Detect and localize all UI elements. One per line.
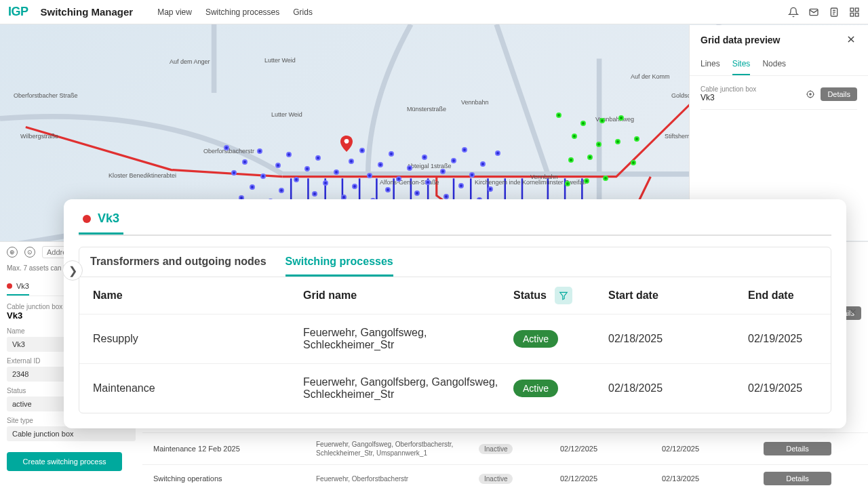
cell-end: 02/19/2025 xyxy=(748,333,831,345)
bg-row-start: 02/12/2025 xyxy=(560,445,662,453)
node-dot-icon xyxy=(603,176,608,181)
close-icon[interactable] xyxy=(849,306,857,319)
card-tab-vk3[interactable]: Vk3 xyxy=(79,209,123,235)
preview-row-type: Cable junction box xyxy=(701,85,756,93)
col-start-date: Start date xyxy=(608,289,748,302)
table-row[interactable]: Switching operations Feuerwehr, Oberfors… xyxy=(142,464,868,488)
svg-point-9 xyxy=(344,139,349,144)
doc-icon[interactable] xyxy=(829,7,840,18)
node-dot-icon xyxy=(224,145,229,150)
chevron-right-icon[interactable]: ❯ xyxy=(62,260,83,281)
node-dot-icon xyxy=(389,151,394,157)
details-button[interactable]: Details xyxy=(764,472,831,485)
node-dot-icon xyxy=(458,183,464,188)
status-badge: Inactive xyxy=(479,444,513,454)
node-dot-icon xyxy=(587,155,593,160)
tab-lines[interactable]: Lines xyxy=(701,55,720,75)
node-dot-icon xyxy=(260,174,266,179)
node-dot-icon xyxy=(242,159,248,165)
bg-row-grid: Feuerwehr, Gangolfsweg, Oberforstbachers… xyxy=(316,440,479,458)
node-dot-icon xyxy=(359,148,365,153)
nav-map-view[interactable]: Map view xyxy=(157,7,192,17)
nav-grids[interactable]: Grids xyxy=(293,7,313,17)
filter-icon[interactable] xyxy=(555,287,572,304)
grid-icon[interactable] xyxy=(849,7,860,18)
svg-rect-8 xyxy=(855,13,859,16)
locate-icon[interactable] xyxy=(806,89,815,99)
node-dot-icon xyxy=(440,169,446,174)
cell-start: 02/18/2025 xyxy=(608,333,748,345)
node-dot-icon xyxy=(385,187,391,192)
map-label: Oberforstbacher Straße xyxy=(14,92,78,99)
node-dot-icon xyxy=(425,180,431,185)
node-dot-icon xyxy=(596,142,601,147)
subtab-transformers[interactable]: Transformers and outgoing nodes xyxy=(90,256,267,277)
node-dot-icon xyxy=(580,121,586,126)
site-type-field[interactable] xyxy=(7,426,136,441)
node-dot-icon xyxy=(275,163,281,168)
node-dot-icon xyxy=(323,180,328,186)
svg-marker-20 xyxy=(560,292,568,300)
node-dot-icon xyxy=(495,150,500,156)
map-label: Lutter Weid xyxy=(264,57,296,64)
status-dot-icon xyxy=(83,215,91,223)
close-icon[interactable] xyxy=(846,35,857,45)
details-button[interactable]: Details xyxy=(821,87,857,101)
node-dot-icon xyxy=(568,157,574,163)
node-dot-icon xyxy=(315,155,321,161)
map-label: Kloster Benediktinerabtei xyxy=(108,172,176,179)
asset-tab-label: Vk3 xyxy=(16,282,29,290)
table-row[interactable]: Maintenance 12 Feb 2025 Feuerwehr, Gango… xyxy=(142,432,868,464)
subtab-switching-processes[interactable]: Switching processes xyxy=(285,256,393,277)
node-dot-icon xyxy=(250,184,255,190)
cell-grid: Feuerwehr, Gangolfsweg, Schleckheimer_St… xyxy=(303,327,513,351)
node-dot-icon xyxy=(469,172,475,178)
topbar-right xyxy=(788,7,860,18)
node-dot-icon xyxy=(634,136,639,142)
create-switching-process-button[interactable]: Create switching process xyxy=(7,452,122,471)
node-dot-icon xyxy=(462,147,467,152)
preview-row: Cable junction box Vk3 Details xyxy=(701,81,857,110)
bg-row-grid: Feuerwehr, Oberforstbacherstr xyxy=(316,474,479,483)
table-row[interactable]: Maintenance Feuerwehr, Gangolfsberg, Gan… xyxy=(79,364,831,413)
globe-icon[interactable]: ⊕ xyxy=(7,247,18,258)
node-dot-icon xyxy=(599,118,605,123)
node-dot-icon xyxy=(615,139,620,144)
node-dot-icon xyxy=(279,188,284,193)
node-dot-icon xyxy=(480,161,486,167)
asset-tab-vk3[interactable]: Vk3 xyxy=(7,278,29,296)
node-dot-icon xyxy=(367,173,372,178)
col-grid-name: Grid name xyxy=(303,289,513,302)
map-label: Münsterstraße xyxy=(407,106,446,113)
status-dot-icon xyxy=(7,283,12,289)
cell-grid: Feuerwehr, Gangolfsberg, Gangolfsweg, Sc… xyxy=(303,376,513,401)
node-dot-icon xyxy=(631,160,636,165)
node-dot-icon xyxy=(352,184,357,189)
preview-row-value: Vk3 xyxy=(701,93,756,102)
map-label: Wilbergstraße xyxy=(20,133,58,140)
bg-row-name: Maintenance 12 Feb 2025 xyxy=(153,445,316,453)
tab-sites[interactable]: Sites xyxy=(732,55,751,75)
map-label: Auf der Komm xyxy=(631,73,670,80)
mail-icon[interactable] xyxy=(808,7,819,18)
bg-row-name: Switching operations xyxy=(153,474,316,483)
target-icon[interactable]: ⊙ xyxy=(24,247,35,258)
bell-icon[interactable] xyxy=(788,7,799,18)
map-label: Abteigal 1straße xyxy=(407,163,452,169)
table-row[interactable]: Resupply Feuerwehr, Gangolfsweg, Schleck… xyxy=(79,314,831,364)
app-title: Switching Manager xyxy=(41,6,134,18)
tab-nodes[interactable]: Nodes xyxy=(762,55,786,75)
node-dot-icon xyxy=(349,159,354,164)
svg-rect-5 xyxy=(850,8,854,12)
details-button[interactable]: Details xyxy=(764,442,831,455)
col-end-date: End date xyxy=(748,289,831,302)
status-badge: Active xyxy=(513,380,558,397)
node-dot-icon xyxy=(443,194,449,199)
map-label: Auf dem Anger xyxy=(170,58,210,65)
card-tab-label: Vk3 xyxy=(98,211,119,226)
col-name: Name xyxy=(93,289,303,302)
node-dot-icon xyxy=(396,176,401,182)
nav-switching-processes[interactable]: Switching processes xyxy=(205,7,279,17)
background-process-table: Maintenance 12 Feb 2025 Feuerwehr, Gango… xyxy=(142,432,868,488)
node-dot-icon xyxy=(414,190,420,196)
